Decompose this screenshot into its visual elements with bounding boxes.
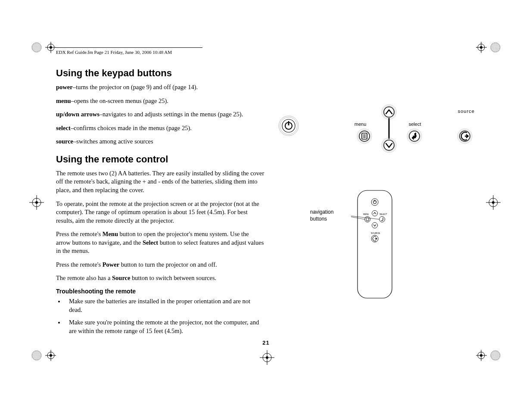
svg-point-28 (266, 356, 268, 359)
keypad-source-label: source (458, 109, 475, 114)
keypad-nav-icon (378, 104, 400, 156)
crop-mark-bottom-mid (258, 349, 276, 366)
term-menu: menu (56, 97, 71, 104)
heading-keypad: Using the keypad buttons (56, 68, 265, 79)
para-arrows: up/down arrows–navigates to and adjusts … (56, 110, 265, 119)
svg-text:MENU: MENU (363, 213, 369, 215)
remote-para-3: Press the remote's Menu button to open t… (56, 230, 265, 255)
svg-rect-68 (366, 218, 369, 221)
crop-mark-bottom-left (30, 349, 56, 362)
text-column: Using the keypad buttons power–turns the… (56, 68, 265, 339)
term-arrows: up/down arrows (56, 111, 100, 118)
para-menu: menu–opens the on-screen menus (page 25)… (56, 97, 265, 106)
keypad-menu-icon (356, 128, 373, 146)
keypad-source-icon (457, 128, 473, 146)
svg-point-9 (480, 46, 482, 49)
svg-point-15 (35, 201, 38, 204)
svg-point-20 (32, 351, 41, 360)
remote-diagram: MENU SELECT SOURCE (351, 188, 403, 306)
para-power: power–turns the projector on (page 9) an… (56, 83, 265, 92)
crop-mark-top-left (30, 41, 56, 54)
svg-point-66 (372, 211, 377, 216)
crop-mark-top-right (476, 41, 502, 54)
svg-point-50 (384, 107, 394, 117)
crop-mark-mid-right (485, 194, 502, 211)
term-power: power (56, 84, 73, 90)
keypad-menu-label: menu (355, 121, 367, 127)
keypad-power-icon (278, 115, 299, 138)
remote-nav-label: navigation buttons (310, 209, 334, 222)
keypad-select-label: select (409, 121, 421, 127)
svg-point-34 (279, 116, 299, 136)
keypad-select-icon (406, 128, 423, 146)
para-select: select–confirms choices made in the menu… (56, 124, 265, 133)
remote-para-2: To operate, point the remote at the proj… (56, 200, 265, 225)
svg-point-33 (491, 351, 500, 360)
crop-mark-mid-left (28, 194, 45, 211)
term-select: select (56, 125, 71, 131)
remote-para-1: The remote uses two (2) AA batteries. Th… (56, 169, 265, 195)
svg-point-35 (280, 117, 297, 134)
svg-point-24 (50, 354, 52, 357)
svg-point-32 (480, 354, 482, 357)
heading-remote: Using the remote control (56, 154, 265, 165)
term-source: source (56, 138, 73, 145)
page-number: 21 (262, 339, 269, 346)
svg-point-54 (384, 140, 394, 150)
svg-rect-62 (358, 190, 392, 298)
bullet-1: Make sure the batteries are installed in… (65, 297, 265, 314)
header-rule (56, 47, 202, 48)
remote-para-4: Press the remote's Power button to turn … (56, 261, 265, 269)
svg-point-0 (32, 43, 41, 52)
figure-column: menu (278, 68, 476, 339)
svg-point-67 (364, 217, 370, 222)
svg-point-70 (372, 223, 377, 228)
crop-mark-bottom-right (476, 349, 502, 362)
para-source: source–switches among active sources (56, 137, 265, 146)
page-header: EDX Ref Guide.fm Page 21 Friday, June 30… (56, 50, 476, 55)
bullet-2: Make sure you're pointing the remote at … (65, 318, 265, 335)
svg-point-10 (491, 43, 500, 52)
troubleshoot-heading: Troubleshooting the remote (56, 288, 265, 295)
remote-para-5: The remote also has a Source button to s… (56, 274, 265, 283)
svg-point-63 (371, 199, 378, 206)
svg-point-19 (492, 201, 495, 204)
svg-text:SOURCE: SOURCE (371, 232, 380, 234)
svg-point-49 (383, 106, 395, 118)
svg-point-69 (379, 217, 385, 222)
troubleshoot-list: Make sure the batteries are installed in… (56, 297, 265, 335)
svg-point-4 (50, 46, 52, 49)
svg-point-53 (383, 139, 395, 152)
svg-text:SELECT: SELECT (380, 213, 387, 215)
